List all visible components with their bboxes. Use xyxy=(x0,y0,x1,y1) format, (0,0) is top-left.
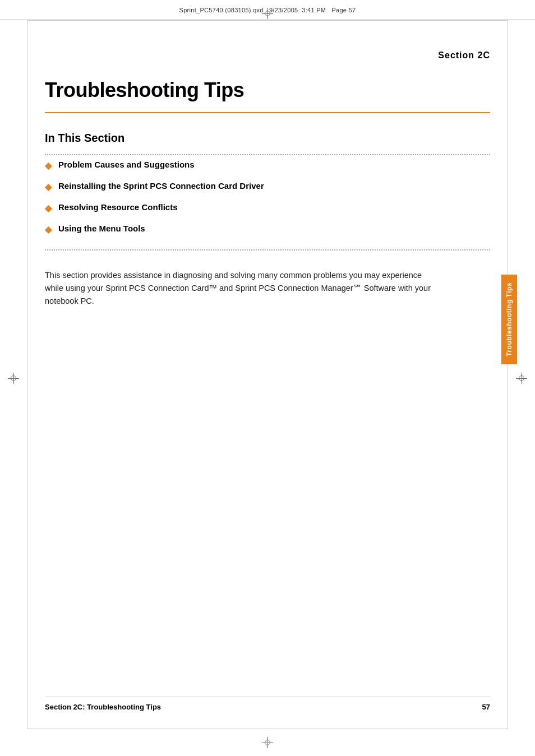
footer-page-number: 57 xyxy=(482,703,490,711)
left-border-line xyxy=(27,20,27,729)
bullet-diamond-icon: ◆ xyxy=(45,203,52,214)
side-tab-text: Troubleshooting Tips xyxy=(505,282,513,356)
bullet-diamond-icon: ◆ xyxy=(45,160,52,171)
list-item: ◆ Using the Menu Tools xyxy=(45,224,490,235)
footer-line xyxy=(45,697,490,697)
right-border-line xyxy=(508,20,508,729)
bullet-diamond-icon: ◆ xyxy=(45,224,52,235)
section-label: Section 2C xyxy=(438,50,490,61)
crosshair-left xyxy=(8,373,19,384)
list-item: ◆ Reinstalling the Sprint PCS Connection… xyxy=(45,181,490,192)
list-item-text: Using the Menu Tools xyxy=(58,224,145,233)
header-filename: Sprint_PC5740 (083105).qxd xyxy=(179,7,264,13)
footer: Section 2C: Troubleshooting Tips 57 xyxy=(45,703,490,711)
dotted-line-bottom xyxy=(45,249,490,251)
dotted-line-top xyxy=(45,154,490,155)
page-title: Troubleshooting Tips xyxy=(45,78,490,102)
header-time: 3:41 PM xyxy=(302,7,326,13)
header-date: 9/23/2005 xyxy=(269,7,298,13)
header-page: Page 57 xyxy=(331,7,356,13)
list-item-text: Problem Causes and Suggestions xyxy=(58,160,195,169)
page-container: Sprint_PC5740 (083105).qxd 9/23/2005 3:4… xyxy=(0,0,535,756)
top-border-line xyxy=(27,20,508,21)
list-item: ◆ Resolving Resource Conflicts xyxy=(45,202,490,214)
list-item-text: Reinstalling the Sprint PCS Connection C… xyxy=(58,181,264,191)
main-content: Section 2C Troubleshooting Tips In This … xyxy=(45,34,490,717)
list-item: ◆ Problem Causes and Suggestions xyxy=(45,160,490,171)
crosshair-top xyxy=(262,8,273,19)
side-tab: Troubleshooting Tips xyxy=(501,275,517,364)
crosshair-right xyxy=(516,373,527,384)
list-item-text: Resolving Resource Conflicts xyxy=(58,202,178,212)
body-text: This section provides assistance in diag… xyxy=(45,269,434,308)
in-this-section-heading: In This Section xyxy=(45,132,124,145)
title-underline xyxy=(45,112,490,113)
crosshair-bottom xyxy=(262,737,273,748)
bullet-list: ◆ Problem Causes and Suggestions ◆ Reins… xyxy=(45,160,490,245)
bullet-diamond-icon: ◆ xyxy=(45,182,52,192)
bottom-border-line xyxy=(27,729,508,729)
footer-section-label: Section 2C: Troubleshooting Tips xyxy=(45,703,161,711)
